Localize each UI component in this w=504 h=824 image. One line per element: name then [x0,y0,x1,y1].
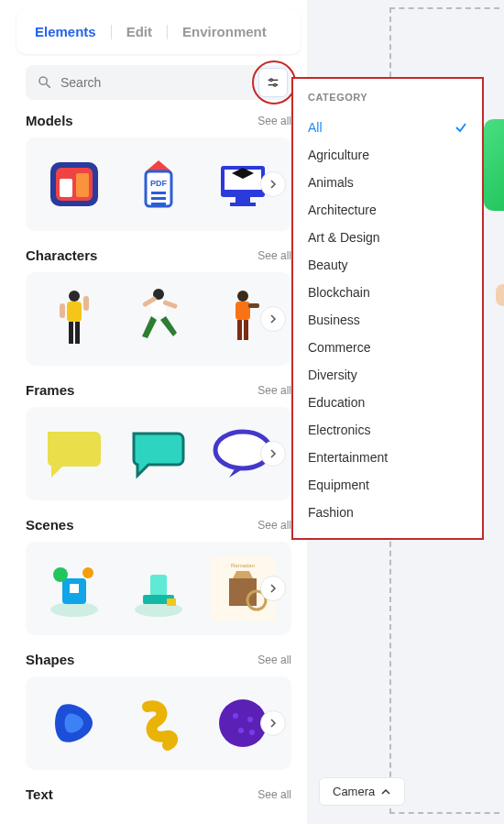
svg-rect-37 [70,584,79,593]
svg-rect-41 [167,599,176,606]
search-bar[interactable] [26,65,291,100]
model-item[interactable] [37,148,112,220]
see-all-characters[interactable]: See all [257,249,291,262]
category-item[interactable]: Architecture [308,196,467,224]
search-wrap [26,65,291,100]
category-item[interactable]: Commerce [308,334,467,361]
characters-row [26,272,291,366]
filter-button[interactable] [258,68,288,97]
svg-point-48 [238,728,244,733]
category-item[interactable]: Equipment [308,471,467,499]
section-title-text: Text [26,786,53,802]
character-item[interactable] [37,283,112,355]
svg-rect-7 [76,173,89,197]
frames-row [26,407,291,500]
tab-divider [111,25,112,39]
filter-icon [266,75,280,90]
shape-item[interactable] [121,687,196,759]
shape-item[interactable] [37,687,112,759]
category-item[interactable]: Blockchain [308,279,467,306]
category-item[interactable]: Fashion [308,499,467,526]
svg-point-3 [274,83,277,86]
category-item[interactable]: Electronics [308,416,467,444]
frame-item[interactable] [121,418,196,489]
section-title-models: Models [26,113,73,128]
frame-item[interactable] [37,418,112,489]
popup-title: CATEGORY [308,92,467,103]
category-item[interactable]: Agriculture [308,141,467,169]
scene-object-green[interactable] [484,119,504,211]
section-frames: Frames See all [26,382,291,500]
category-item[interactable]: All [308,114,467,141]
next-button[interactable] [260,576,286,601]
section-scenes: Scenes See all Ramadan [26,517,291,635]
svg-text:PDF: PDF [150,179,168,188]
svg-rect-18 [67,302,82,322]
tab-environment[interactable]: Environment [177,16,272,47]
next-button[interactable] [260,441,286,467]
models-row: PDF [26,137,291,231]
category-item[interactable]: Education [308,389,467,416]
camera-label: Camera [333,785,375,798]
svg-text:Ramadan: Ramadan [231,563,255,568]
svg-rect-8 [146,171,171,206]
panel-tabs: Elements Edit Environment [16,9,301,54]
section-shapes: Shapes See all [26,652,291,770]
section-title-characters: Characters [26,247,97,263]
elements-panel: Elements Edit Environment Models See all… [16,9,301,819]
see-all-text[interactable]: See all [257,788,291,801]
svg-rect-11 [151,203,166,205]
svg-rect-9 [151,192,166,194]
tab-edit[interactable]: Edit [121,16,158,47]
scene-item[interactable] [121,553,196,624]
tab-divider [167,25,168,39]
svg-point-46 [233,713,238,719]
tab-elements[interactable]: Elements [29,16,102,47]
see-all-models[interactable]: See all [257,115,291,127]
category-item[interactable]: Diversity [308,361,467,389]
character-item[interactable] [121,283,196,355]
svg-point-47 [247,717,253,722]
search-input[interactable] [60,75,251,90]
see-all-frames[interactable]: See all [257,384,291,397]
camera-button[interactable]: Camera [319,777,405,806]
check-icon [455,121,467,134]
svg-rect-6 [60,179,72,197]
svg-point-27 [237,291,248,302]
svg-rect-30 [244,320,248,340]
svg-rect-20 [75,322,80,344]
see-all-shapes[interactable]: See all [257,654,291,666]
section-title-frames: Frames [26,382,74,398]
category-filter-popup: CATEGORY AllAgricultureAnimalsArchitectu… [291,77,484,540]
svg-rect-10 [151,197,166,200]
category-item[interactable]: Beauty [308,251,467,279]
svg-rect-22 [83,296,89,311]
next-button[interactable] [260,710,286,736]
svg-rect-21 [60,303,65,318]
next-button[interactable] [260,306,286,332]
svg-rect-29 [237,320,242,340]
section-title-scenes: Scenes [26,517,74,533]
chevron-up-icon [380,786,391,797]
svg-rect-19 [69,322,73,344]
model-item[interactable]: PDF [121,148,196,220]
svg-point-1 [270,79,273,82]
svg-rect-15 [236,197,250,203]
category-item[interactable]: Entertainment [308,444,467,471]
category-item[interactable]: Art & Design [308,224,467,251]
category-item[interactable]: Business [308,306,467,334]
next-button[interactable] [260,171,286,197]
svg-point-35 [53,567,68,582]
svg-point-17 [69,291,80,302]
svg-rect-28 [236,302,250,320]
svg-rect-16 [230,203,256,206]
scene-item[interactable] [37,553,112,624]
section-title-shapes: Shapes [26,652,74,667]
shapes-row [26,676,291,770]
scene-object-hand[interactable] [496,284,504,306]
svg-rect-31 [248,303,259,308]
category-item[interactable]: Animals [308,169,467,196]
svg-point-36 [82,567,93,578]
see-all-scenes[interactable]: See all [257,519,291,532]
svg-point-33 [50,602,98,617]
